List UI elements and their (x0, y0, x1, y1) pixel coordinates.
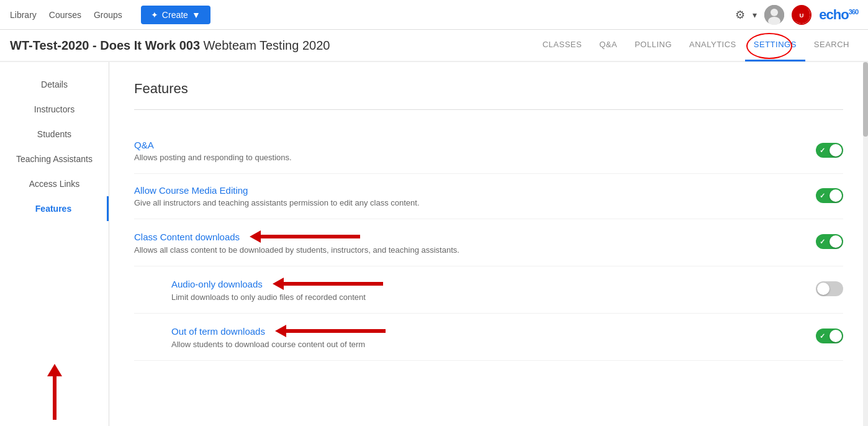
course-nav: CLASSES Q&A POLLING ANALYTICS SETTINGS S… (534, 29, 858, 61)
arrow-class-downloads (250, 230, 360, 243)
feature-info-media-editing: Allow Course Media Editing Give all inst… (134, 185, 797, 207)
arrow-head-class-downloads (250, 230, 261, 243)
feature-desc-media-editing: Give all instructors and teaching assist… (134, 198, 797, 207)
nav-analytics[interactable]: ANALYTICS (680, 29, 745, 61)
settings-gear-icon[interactable]: ⚙ (735, 8, 745, 22)
svg-point-1 (771, 9, 778, 16)
toggle-check-qa: ✓ (820, 146, 825, 154)
feature-row-audio-downloads: Audio-only downloads Limit downloads to … (134, 266, 843, 314)
toggle-knob-class-downloads (830, 235, 842, 248)
top-nav-links: Library Courses Groups ✦ Create ▼ (10, 6, 210, 24)
arrow-term-downloads (275, 325, 386, 337)
title-divider (134, 109, 843, 110)
user-avatar[interactable] (764, 5, 784, 25)
course-title-bold: WT-Test-2020 - Does It Work 003 (10, 39, 200, 52)
feature-control-audio-downloads: ✓ (816, 281, 843, 298)
toggle-qa[interactable]: ✓ (816, 143, 843, 158)
toggle-term-downloads[interactable]: ✓ (816, 329, 843, 343)
library-link[interactable]: Library (10, 10, 37, 20)
toggle-track-media-editing: ✓ (816, 188, 843, 203)
arrow-audio-downloads (273, 278, 383, 290)
feature-info-audio-downloads: Audio-only downloads Limit downloads to … (171, 278, 797, 302)
arrow-shaft-term-downloads (286, 329, 386, 333)
toggle-audio-downloads[interactable]: ✓ (816, 281, 843, 296)
toggle-knob-media-editing (830, 189, 842, 202)
toggle-knob-qa (830, 144, 842, 156)
sidebar-item-teaching-assistants[interactable]: Teaching Assistants (0, 147, 109, 171)
feature-desc-term-downloads: Allow students to download course conten… (171, 340, 797, 349)
courses-link[interactable]: Courses (49, 10, 81, 20)
feature-row-term-downloads: Out of term downloads Allow students to … (134, 314, 843, 361)
sidebar-item-instructors[interactable]: Instructors (0, 97, 109, 122)
up-arrow-annotation (47, 364, 62, 420)
nav-polling[interactable]: POLLING (626, 29, 680, 61)
sidebar-item-students[interactable]: Students (0, 122, 109, 147)
nav-qa[interactable]: Q&A (590, 29, 626, 61)
feature-row-class-downloads: Class Content downloads Allows all class… (134, 219, 843, 266)
toggle-media-editing[interactable]: ✓ (816, 188, 843, 203)
groups-link[interactable]: Groups (94, 10, 122, 20)
feature-desc-qa: Allows posting and responding to questio… (134, 153, 797, 162)
wand-icon: ✦ (151, 10, 158, 20)
page-title: Features (134, 81, 843, 97)
top-nav-right: ⚙ ▾ U echo360 (735, 5, 858, 25)
toggle-track-audio-downloads: ✓ (816, 281, 843, 296)
gear-dropdown-icon[interactable]: ▾ (753, 10, 757, 20)
feature-control-qa: ✓ (816, 143, 843, 160)
feature-control-term-downloads: ✓ (816, 329, 843, 345)
feature-desc-audio-downloads: Limit downloads to only audio files of r… (171, 292, 797, 302)
feature-desc-class-downloads: Allows all class content to be downloade… (134, 245, 797, 255)
feature-row-media-editing: Allow Course Media Editing Give all inst… (134, 174, 843, 219)
arrow-head-audio-downloads (273, 278, 284, 290)
feature-info-class-downloads: Class Content downloads Allows all class… (134, 230, 797, 255)
content-area: Features Q&A Allows posting and respondi… (109, 62, 868, 426)
feature-row-qa: Q&A Allows posting and responding to que… (134, 129, 843, 174)
feature-title-class-downloads: Class Content downloads (134, 230, 797, 243)
create-button[interactable]: ✦ Create ▼ (141, 6, 210, 24)
toggle-class-downloads[interactable]: ✓ (816, 234, 843, 249)
toggle-track-class-downloads: ✓ (816, 234, 843, 249)
feature-title-media-editing: Allow Course Media Editing (134, 185, 797, 196)
toggle-check-term-downloads: ✓ (820, 332, 825, 340)
up-arrow-head (47, 364, 62, 376)
feature-info-qa: Q&A Allows posting and responding to que… (134, 140, 797, 162)
scrollbar-track[interactable] (863, 62, 868, 426)
feature-title-term-downloads: Out of term downloads (171, 325, 797, 337)
top-nav: Library Courses Groups ✦ Create ▼ ⚙ ▾ U … (0, 0, 868, 30)
arrow-head-term-downloads (275, 325, 286, 337)
course-title: WT-Test-2020 - Does It Work 003 Webteam … (10, 39, 330, 53)
up-arrow-shaft (53, 376, 57, 420)
svg-text:U: U (800, 11, 804, 18)
university-logo[interactable]: U (792, 5, 811, 25)
sidebar: Details Instructors Students Teaching As… (0, 62, 109, 426)
scrollbar-thumb[interactable] (863, 62, 868, 137)
toggle-check-class-downloads: ✓ (820, 238, 825, 246)
create-label: Create (162, 10, 188, 20)
course-title-regular: Webteam Testing 2020 (200, 39, 330, 52)
nav-settings[interactable]: SETTINGS (745, 29, 805, 61)
toggle-track-qa: ✓ (816, 143, 843, 158)
feature-control-class-downloads: ✓ (816, 234, 843, 251)
main-layout: Details Instructors Students Teaching As… (0, 62, 868, 426)
dropdown-arrow-icon: ▼ (192, 10, 201, 20)
course-header: WT-Test-2020 - Does It Work 003 Webteam … (0, 30, 868, 62)
nav-classes[interactable]: CLASSES (534, 29, 590, 61)
arrow-shaft-audio-downloads (284, 282, 383, 286)
arrow-shaft-class-downloads (261, 235, 360, 238)
echo360-logo: echo360 (819, 7, 858, 23)
feature-control-media-editing: ✓ (816, 188, 843, 205)
sidebar-item-features[interactable]: Features (0, 196, 109, 221)
feature-title-qa: Q&A (134, 140, 797, 150)
sidebar-item-access-links[interactable]: Access Links (0, 171, 109, 196)
feature-title-audio-downloads: Audio-only downloads (171, 278, 797, 290)
toggle-knob-audio-downloads (817, 283, 830, 295)
settings-circle-annotation: SETTINGS (745, 29, 805, 61)
sidebar-item-details[interactable]: Details (0, 72, 109, 97)
toggle-knob-term-downloads (830, 330, 842, 342)
toggle-track-term-downloads: ✓ (816, 329, 843, 343)
nav-search[interactable]: SEARCH (805, 29, 858, 61)
toggle-check-media-editing: ✓ (820, 191, 825, 199)
feature-info-term-downloads: Out of term downloads Allow students to … (171, 325, 797, 349)
